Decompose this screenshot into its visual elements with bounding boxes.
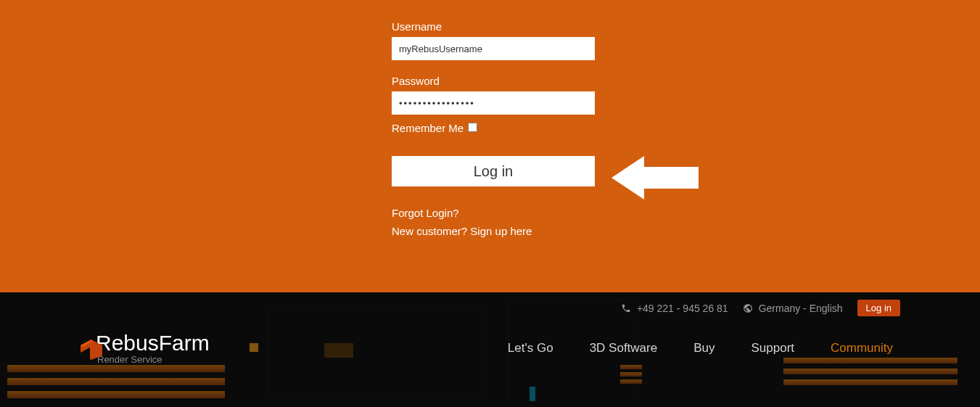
password-label: Password (392, 75, 595, 87)
signup-link[interactable]: New customer? Sign up here (392, 225, 595, 237)
header-login-button[interactable]: Log in (857, 300, 900, 316)
logo[interactable]: RebusFarm Render Service (80, 331, 210, 365)
nav-letsgo[interactable]: Let's Go (508, 341, 553, 355)
phone-icon (621, 303, 631, 313)
login-form: Username Password Remember Me Log in For… (392, 20, 595, 237)
forgot-login-link[interactable]: Forgot Login? (392, 207, 595, 219)
username-input[interactable] (392, 37, 595, 60)
arrow-pointer-icon (612, 152, 699, 206)
nav-buy[interactable]: Buy (693, 341, 715, 355)
main-nav: RebusFarm Render Service Let's Go 3D Sof… (0, 316, 980, 365)
locale-text: Germany - English (759, 303, 843, 314)
logo-tagline: Render Service (97, 354, 210, 365)
username-label: Username (392, 20, 595, 33)
logo-text-secondary: Farm (159, 331, 210, 355)
logo-text-main: Rebus (96, 331, 159, 355)
remember-label: Remember Me (392, 122, 464, 134)
top-info-bar: +49 221 - 945 26 81 Germany - English Lo… (0, 292, 980, 316)
nav-software[interactable]: 3D Software (590, 341, 658, 355)
globe-icon (743, 303, 753, 313)
nav-items: Let's Go 3D Software Buy Support Communi… (508, 341, 893, 355)
remember-row: Remember Me (392, 122, 595, 134)
login-button[interactable]: Log in (392, 156, 595, 186)
footer-section: +49 221 - 945 26 81 Germany - English Lo… (0, 292, 980, 407)
phone-display: +49 221 - 945 26 81 (621, 303, 728, 314)
nav-community[interactable]: Community (831, 341, 893, 355)
remember-checkbox[interactable] (468, 123, 477, 132)
locale-selector[interactable]: Germany - English (743, 303, 843, 314)
nav-support[interactable]: Support (751, 341, 794, 355)
logo-icon (78, 340, 104, 361)
password-input[interactable] (392, 91, 595, 115)
phone-number: +49 221 - 945 26 81 (637, 303, 728, 314)
login-panel: Username Password Remember Me Log in For… (0, 0, 980, 292)
